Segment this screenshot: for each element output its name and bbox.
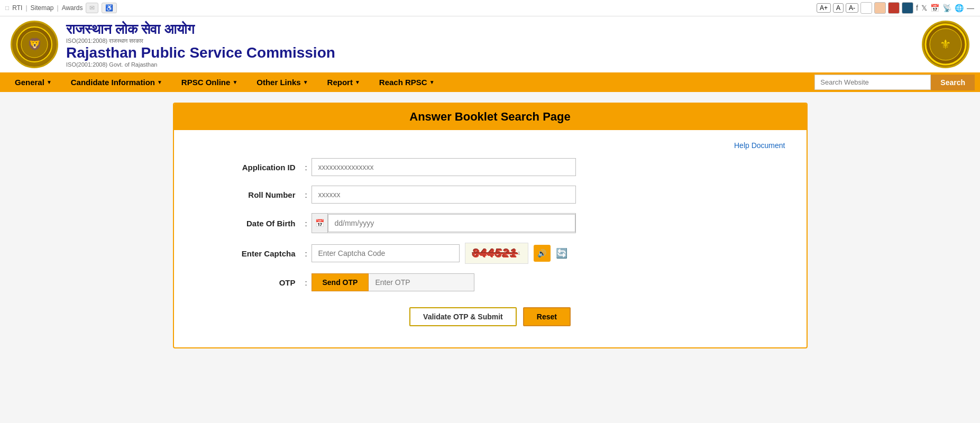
send-otp-button[interactable]: Send OTP (312, 273, 369, 291)
captcha-speaker-btn[interactable]: 🔊 (534, 245, 551, 262)
form-header: Answer Booklet Search Page (174, 104, 807, 130)
captcha-colon: : (301, 249, 312, 258)
facebook-icon[interactable]: f (916, 4, 918, 12)
nav-rpsc-online[interactable]: RPSC Online ▼ (172, 72, 247, 92)
emblem-left: 🦁 (11, 21, 58, 68)
form-buttons: Validate OTP & Submit Reset (195, 307, 785, 326)
navbar: General ▼ Candidate Information ▼ RPSC O… (0, 72, 980, 92)
otp-row: OTP : Send OTP (195, 273, 785, 291)
captcha-value: 844521 (472, 246, 517, 260)
roll-number-row: Roll Number : (195, 186, 785, 204)
globe-icon[interactable]: 🌐 (955, 4, 964, 12)
reach-arrow: ▼ (429, 79, 435, 85)
email-icon[interactable]: ✉ (86, 3, 98, 13)
reset-button[interactable]: Reset (523, 307, 571, 326)
calendar-picker-btn[interactable]: 📅 (312, 214, 328, 233)
form-container: Answer Booklet Search Page Help Document… (173, 103, 808, 348)
search-button[interactable]: Search (931, 75, 975, 90)
other-arrow: ▼ (303, 79, 308, 85)
logo-text: राजस्थान लोक सेवा आयोग ISO(2001:2008) रा… (66, 21, 335, 68)
roll-number-input-wrapper (312, 186, 576, 204)
extra-icon: — (967, 4, 974, 12)
captcha-refresh-icon[interactable]: 🔄 (556, 247, 567, 259)
top-bar-links: □ RTI | Sitemap | Awards ✉ ♿ (5, 3, 117, 13)
captcha-input[interactable] (312, 244, 460, 262)
dob-row: Date Of Birth : 📅 (195, 213, 785, 233)
application-id-row: Application ID : (195, 158, 785, 176)
top-bar: □ RTI | Sitemap | Awards ✉ ♿ A+ A A- f 𝕏… (0, 0, 980, 16)
iso-hindi: ISO(2001:2008) राजस्थान सरकार (66, 38, 335, 44)
awards-link[interactable]: Awards (62, 4, 83, 12)
candidate-arrow: ▼ (157, 79, 162, 85)
dob-input-wrapper: 📅 (312, 213, 576, 233)
svg-text:⚜: ⚜ (940, 37, 951, 51)
top-bar-controls: A+ A A- f 𝕏 📅 📡 🌐 — (817, 2, 975, 14)
otp-colon: : (301, 278, 312, 287)
application-id-input-wrapper (312, 158, 576, 176)
rti-link[interactable]: RTI (12, 4, 22, 12)
dob-input[interactable] (328, 214, 575, 232)
help-document-link[interactable]: Help Document (734, 141, 785, 150)
english-title: Rajasthan Public Service Commission (66, 44, 335, 61)
accessibility-icon[interactable]: ♿ (102, 3, 117, 13)
general-arrow: ▼ (47, 79, 52, 85)
captcha-controls: 8445211 🔊 🔄 (312, 243, 567, 264)
date-row: 📅 (312, 213, 576, 233)
font-small-btn[interactable]: A- (846, 3, 858, 13)
captcha-display: 8445211 (465, 243, 528, 264)
font-large-btn[interactable]: A+ (817, 3, 831, 13)
twitter-icon[interactable]: 𝕏 (921, 4, 927, 12)
rpsc-arrow: ▼ (232, 79, 237, 85)
form-title: Answer Booklet Search Page (180, 110, 800, 124)
otp-controls: Send OTP (312, 273, 475, 291)
sitemap-link[interactable]: Sitemap (31, 4, 54, 12)
hindi-title: राजस्थान लोक सेवा आयोग (66, 21, 335, 38)
color-red-swatch[interactable] (888, 2, 900, 14)
roll-number-label: Roll Number (195, 190, 301, 199)
captcha-label: Enter Captcha (195, 249, 301, 258)
search-input[interactable] (814, 75, 931, 90)
otp-label: OTP (195, 278, 301, 287)
dob-label: Date Of Birth (195, 219, 301, 228)
nav-candidate-information[interactable]: Candidate Information ▼ (61, 72, 172, 92)
application-id-label: Application ID (195, 163, 301, 172)
nav-general[interactable]: General ▼ (5, 72, 61, 92)
roll-number-input[interactable] (312, 186, 576, 204)
color-blue-swatch[interactable] (902, 2, 913, 14)
color-tan-swatch[interactable] (874, 2, 886, 14)
form-body: Help Document Application ID : Roll Numb… (174, 130, 807, 347)
rss-icon[interactable]: 📡 (942, 4, 951, 12)
nav-reach-rpsc[interactable]: Reach RPSC ▼ (370, 72, 444, 92)
logo-section: 🦁 राजस्थान लोक सेवा आयोग ISO(2001:2008) … (11, 21, 335, 68)
application-id-colon: : (301, 163, 312, 172)
nav-search-section: Search (814, 75, 975, 90)
otp-input[interactable] (369, 273, 474, 291)
roll-number-colon: : (301, 190, 312, 199)
captcha-row: Enter Captcha : 8445211 🔊 🔄 (195, 243, 785, 264)
color-white-swatch[interactable] (860, 2, 872, 14)
emblem-right: ⚜ (922, 21, 969, 68)
application-id-input[interactable] (312, 158, 576, 176)
font-medium-btn[interactable]: A (833, 3, 844, 13)
help-link-container: Help Document (195, 141, 785, 150)
checkbox-icon[interactable]: □ (5, 4, 9, 12)
report-arrow: ▼ (355, 79, 360, 85)
main-content: Answer Booklet Search Page Help Document… (0, 92, 980, 359)
iso-english: ISO(2001:2008) Govt. of Rajasthan (66, 61, 335, 68)
calendar-icon[interactable]: 📅 (930, 4, 939, 12)
svg-text:🦁: 🦁 (28, 37, 42, 51)
validate-submit-button[interactable]: Validate OTP & Submit (409, 307, 517, 326)
dob-colon: : (301, 219, 312, 228)
site-header: 🦁 राजस्थान लोक सेवा आयोग ISO(2001:2008) … (0, 16, 980, 72)
nav-report[interactable]: Report ▼ (318, 72, 370, 92)
nav-other-links[interactable]: Other Links ▼ (247, 72, 317, 92)
